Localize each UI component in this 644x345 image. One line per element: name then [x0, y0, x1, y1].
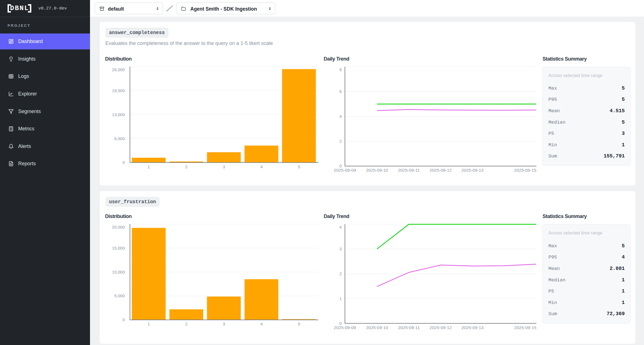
svg-text:2025-09-09: 2025-09-09 [334, 325, 356, 330]
svg-text:3: 3 [223, 164, 225, 169]
svg-text:1: 1 [148, 322, 150, 326]
svg-text:2: 2 [339, 139, 342, 143]
svg-text:2: 2 [185, 322, 188, 326]
svg-text:2025-09-11: 2025-09-11 [398, 325, 420, 330]
svg-text:2025-09-15: 2025-09-15 [514, 325, 536, 330]
svg-text:0: 0 [122, 317, 125, 322]
svg-text:8: 8 [339, 67, 342, 72]
svg-text:2025-09-09: 2025-09-09 [334, 168, 356, 172]
svg-text:3: 3 [339, 246, 342, 251]
svg-text:2025-09-10: 2025-09-10 [366, 325, 388, 330]
svg-text:2: 2 [339, 271, 342, 276]
svg-text:2025-09-13: 2025-09-13 [461, 168, 484, 172]
svg-text:5: 5 [298, 164, 300, 169]
svg-text:2025-09-12: 2025-09-12 [430, 168, 452, 172]
svg-text:2025-09-15: 2025-09-15 [514, 168, 536, 172]
svg-text:15,000: 15,000 [112, 246, 125, 250]
svg-text:2025-09-10: 2025-09-10 [366, 168, 388, 172]
svg-text:10,000: 10,000 [112, 270, 125, 274]
svg-text:26,000: 26,000 [112, 67, 125, 72]
svg-text:20,000: 20,000 [112, 225, 125, 229]
svg-text:19,500: 19,500 [112, 88, 125, 93]
svg-text:2: 2 [185, 164, 188, 169]
svg-text:3: 3 [223, 322, 225, 326]
svg-text:4: 4 [260, 164, 263, 169]
svg-text:6: 6 [339, 89, 342, 94]
svg-text:1: 1 [148, 164, 150, 169]
svg-text:13,000: 13,000 [112, 112, 125, 117]
svg-text:5: 5 [298, 322, 300, 326]
svg-text:0: 0 [122, 160, 125, 165]
svg-text:4: 4 [339, 114, 342, 119]
svg-text:5,000: 5,000 [114, 293, 125, 298]
svg-text:4: 4 [339, 225, 342, 229]
svg-text:2025-09-13: 2025-09-13 [461, 325, 484, 330]
svg-text:2025-09-12: 2025-09-12 [430, 325, 452, 330]
svg-text:1: 1 [339, 296, 342, 301]
svg-text:6,500: 6,500 [114, 136, 125, 141]
svg-text:2025-09-11: 2025-09-11 [398, 168, 420, 172]
svg-text:4: 4 [260, 322, 263, 326]
